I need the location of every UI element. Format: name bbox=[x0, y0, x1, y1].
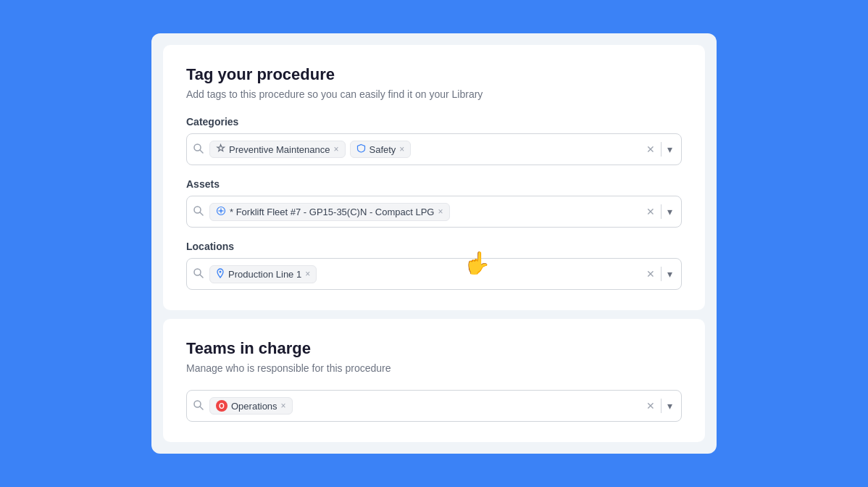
assets-section: Assets bbox=[186, 178, 682, 228]
tag-location-icon bbox=[216, 268, 225, 280]
teams-divider bbox=[661, 399, 662, 413]
teams-tags-area: O Operations × bbox=[209, 397, 638, 415]
teams-title: Teams in charge bbox=[186, 339, 682, 358]
tag-operations-label: Operations bbox=[231, 401, 277, 412]
tag-safety-remove[interactable]: × bbox=[399, 145, 404, 154]
assets-tags-area: * Forklift Fleet #7 - GP15-35(C)N - Comp… bbox=[209, 203, 638, 221]
assets-divider bbox=[661, 204, 662, 219]
locations-section: Locations bbox=[186, 241, 682, 290]
locations-divider bbox=[661, 267, 662, 281]
teams-clear-button[interactable]: ✕ bbox=[643, 399, 658, 413]
assets-input-actions: ✕ ▾ bbox=[643, 204, 675, 219]
tag-production-line-label: Production Line 1 bbox=[228, 269, 301, 280]
tag-safety-label: Safety bbox=[370, 144, 396, 155]
locations-input-actions: ✕ ▾ bbox=[643, 267, 675, 281]
svg-point-10 bbox=[220, 270, 222, 272]
modal-wrapper: Tag your procedure Add tags to this proc… bbox=[151, 33, 717, 454]
categories-clear-button[interactable]: ✕ bbox=[643, 142, 658, 157]
locations-input-row[interactable]: Production Line 1 × ✕ ▾ bbox=[186, 258, 682, 290]
tag-asset-icon bbox=[216, 206, 226, 218]
locations-label: Locations bbox=[186, 241, 682, 252]
categories-tags-area: Preventive Maintenance × Safety × bbox=[209, 141, 638, 158]
categories-input-row[interactable]: Preventive Maintenance × Safety × bbox=[186, 133, 682, 165]
tag-procedure-title: Tag your procedure bbox=[186, 65, 682, 84]
svg-line-9 bbox=[200, 275, 203, 278]
tag-operations-icon: O bbox=[216, 400, 228, 412]
locations-dropdown-button[interactable]: ▾ bbox=[664, 267, 675, 281]
categories-section: Categories bbox=[186, 116, 682, 165]
categories-search-icon bbox=[193, 143, 204, 156]
categories-dropdown-button[interactable]: ▾ bbox=[664, 142, 675, 157]
assets-input-row[interactable]: * Forklift Fleet #7 - GP15-35(C)N - Comp… bbox=[186, 196, 682, 228]
assets-label: Assets bbox=[186, 178, 682, 190]
teams-dropdown-button[interactable]: ▾ bbox=[664, 399, 675, 413]
tag-preventive-maintenance-remove[interactable]: × bbox=[333, 145, 338, 154]
assets-clear-button[interactable]: ✕ bbox=[643, 204, 658, 219]
teams-search-icon bbox=[193, 399, 204, 412]
locations-tags-area: Production Line 1 × bbox=[209, 265, 638, 283]
page-background: Tag your procedure Add tags to this proc… bbox=[0, 0, 868, 487]
tag-preventive-maintenance: Preventive Maintenance × bbox=[209, 141, 346, 158]
tag-forklift-remove[interactable]: × bbox=[438, 207, 443, 216]
assets-dropdown-button[interactable]: ▾ bbox=[664, 204, 675, 219]
tag-operations-remove[interactable]: × bbox=[281, 401, 286, 410]
teams-subtitle: Manage who is responsible for this proce… bbox=[186, 362, 682, 374]
tag-category-icon bbox=[216, 143, 225, 155]
locations-search-icon bbox=[193, 267, 204, 280]
tag-forklift-label: * Forklift Fleet #7 - GP15-35(C)N - Comp… bbox=[230, 207, 434, 217]
teams-input-row[interactable]: O Operations × ✕ ▾ bbox=[186, 390, 682, 422]
categories-label: Categories bbox=[186, 116, 682, 128]
assets-search-icon bbox=[193, 205, 204, 218]
svg-line-12 bbox=[200, 407, 203, 409]
tag-forklift: * Forklift Fleet #7 - GP15-35(C)N - Comp… bbox=[209, 203, 450, 221]
categories-input-actions: ✕ ▾ bbox=[643, 142, 675, 157]
categories-divider bbox=[661, 142, 662, 157]
tag-procedure-card: Tag your procedure Add tags to this proc… bbox=[163, 45, 705, 310]
tag-production-line-remove[interactable]: × bbox=[305, 270, 310, 278]
svg-line-1 bbox=[200, 150, 203, 153]
svg-line-3 bbox=[200, 212, 203, 215]
locations-clear-button[interactable]: ✕ bbox=[643, 267, 658, 281]
teams-card: Teams in charge Manage who is responsibl… bbox=[163, 319, 705, 442]
teams-input-actions: ✕ ▾ bbox=[643, 399, 675, 413]
tag-operations: O Operations × bbox=[209, 397, 293, 415]
tag-safety: Safety × bbox=[350, 141, 412, 158]
tag-production-line: Production Line 1 × bbox=[209, 265, 317, 283]
tag-safety-icon bbox=[356, 143, 366, 155]
tag-procedure-subtitle: Add tags to this procedure so you can ea… bbox=[186, 88, 682, 100]
teams-section: O Operations × ✕ ▾ bbox=[186, 390, 682, 422]
tag-preventive-maintenance-label: Preventive Maintenance bbox=[229, 144, 330, 155]
svg-point-7 bbox=[220, 209, 222, 211]
